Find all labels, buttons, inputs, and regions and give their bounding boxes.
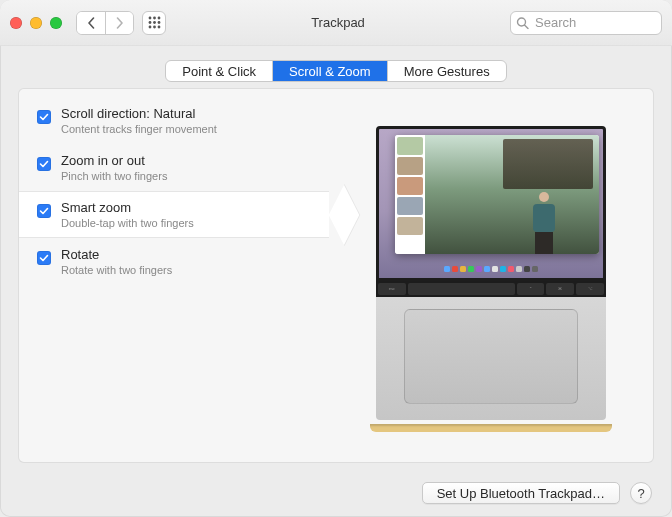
setup-bluetooth-button[interactable]: Set Up Bluetooth Trackpad…	[422, 482, 620, 504]
options-list: Scroll direction: Natural Content tracks…	[19, 89, 329, 462]
laptop-illustration: esc ⌃ ⌘ ⌥	[376, 126, 606, 426]
touchbar-key: esc	[378, 283, 406, 295]
checkbox-rotate[interactable]	[37, 251, 51, 265]
thumbnail	[397, 197, 423, 215]
zoom-button[interactable]	[50, 17, 62, 29]
preview-window	[395, 135, 599, 254]
trackpad-illustration	[404, 309, 578, 404]
tab-group: Point & Click Scroll & Zoom More Gesture…	[165, 60, 506, 82]
option-subtitle: Double-tap with two fingers	[61, 217, 317, 229]
check-icon	[39, 159, 49, 169]
tab-more-gestures[interactable]: More Gestures	[387, 61, 506, 81]
photo-person	[531, 192, 557, 252]
option-zoom-in-out[interactable]: Zoom in or out Pinch with two fingers	[19, 144, 329, 191]
svg-point-0	[148, 17, 151, 20]
thumbnail	[397, 157, 423, 175]
svg-point-8	[157, 26, 160, 29]
svg-point-3	[148, 21, 151, 24]
tab-point-click[interactable]: Point & Click	[166, 61, 272, 81]
gesture-preview: esc ⌃ ⌘ ⌥	[329, 89, 653, 462]
laptop-screen	[376, 126, 606, 281]
window-traffic-lights	[10, 17, 62, 29]
preview-photo	[425, 135, 599, 254]
option-title: Rotate	[61, 247, 317, 262]
checkbox-zoom-in-out[interactable]	[37, 157, 51, 171]
titlebar: Trackpad	[0, 0, 672, 46]
option-smart-zoom[interactable]: Smart zoom Double-tap with two fingers	[19, 191, 329, 238]
option-title: Zoom in or out	[61, 153, 317, 168]
minimize-button[interactable]	[30, 17, 42, 29]
help-button[interactable]: ?	[630, 482, 652, 504]
option-scroll-direction[interactable]: Scroll direction: Natural Content tracks…	[19, 97, 329, 144]
svg-point-2	[157, 17, 160, 20]
check-icon	[39, 253, 49, 263]
thumbnail	[397, 137, 423, 155]
svg-point-7	[153, 26, 156, 29]
check-icon	[39, 206, 49, 216]
thumbnail	[397, 177, 423, 195]
touchbar-key: ⌥	[576, 283, 604, 295]
option-title: Smart zoom	[61, 200, 317, 215]
svg-point-1	[153, 17, 156, 20]
tab-scroll-zoom[interactable]: Scroll & Zoom	[272, 61, 387, 81]
svg-point-4	[153, 21, 156, 24]
window-title: Trackpad	[174, 15, 502, 30]
touchbar-key: ⌃	[517, 283, 545, 295]
preview-thumbnails	[395, 135, 425, 254]
option-rotate[interactable]: Rotate Rotate with two fingers	[19, 238, 329, 285]
chevron-right-icon	[116, 17, 124, 29]
prefs-window: Trackpad Point & Click Scroll & Zoom Mor…	[0, 0, 672, 517]
checkbox-scroll-direction[interactable]	[37, 110, 51, 124]
forward-button[interactable]	[105, 12, 133, 34]
tabbar: Point & Click Scroll & Zoom More Gesture…	[0, 60, 672, 82]
touchbar-spacer	[408, 283, 515, 295]
touchbar: esc ⌃ ⌘ ⌥	[376, 281, 606, 297]
checkbox-smart-zoom[interactable]	[37, 204, 51, 218]
touchbar-key: ⌘	[546, 283, 574, 295]
photo-cabin	[503, 139, 593, 189]
dock	[379, 265, 603, 275]
close-button[interactable]	[10, 17, 22, 29]
svg-point-6	[148, 26, 151, 29]
nav-back-forward	[76, 11, 134, 35]
footer: Set Up Bluetooth Trackpad… ?	[0, 469, 672, 517]
desk-edge	[370, 424, 612, 432]
option-subtitle: Pinch with two fingers	[61, 170, 317, 182]
show-all-button[interactable]	[142, 11, 166, 35]
search-input[interactable]	[510, 11, 662, 35]
laptop-body	[376, 297, 606, 420]
content-panel: Scroll direction: Natural Content tracks…	[18, 88, 654, 463]
option-title: Scroll direction: Natural	[61, 106, 317, 121]
back-button[interactable]	[77, 12, 105, 34]
thumbnail	[397, 217, 423, 235]
option-subtitle: Content tracks finger movement	[61, 123, 317, 135]
option-subtitle: Rotate with two fingers	[61, 264, 317, 276]
search-field-wrap	[510, 11, 662, 35]
check-icon	[39, 112, 49, 122]
chevron-left-icon	[87, 17, 95, 29]
grid-icon	[148, 16, 161, 29]
svg-point-5	[157, 21, 160, 24]
